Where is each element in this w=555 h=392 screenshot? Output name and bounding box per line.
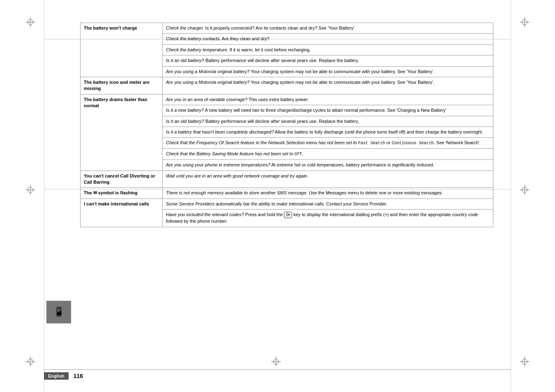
solution-cell: Check the charger. Is it properly connec… [163,23,493,34]
solution-cell: Are you using a Motorola original batter… [163,77,493,94]
table-row: The battery icon and meter are missing A… [81,77,493,94]
solution-cell: There is not enough memory available to … [163,188,493,198]
table-row: The battery drains faster than normal Ar… [81,94,493,105]
reg-mark-bot-left [25,357,35,367]
reg-mark-top-left [25,17,35,27]
phone-icon-area: 📱 [44,297,73,326]
right-vline [511,0,511,392]
solution-cell: Are you using your phone in extreme temp… [163,160,493,171]
footer: English 116 [44,369,511,380]
reg-mark-bot-right [520,357,530,367]
zero-key-badge: 0• [284,212,292,218]
issue-label: The battery drains faster than normal [84,97,147,108]
issue-label: The ✉ symbol is flashing [84,190,138,195]
table-row: The ✉ symbol is flashing There is not en… [81,188,493,198]
footer-content: English 116 [44,372,511,380]
reg-mark-mid-right [520,185,530,195]
page-number: 116 [74,373,83,379]
issue-label: The battery icon and meter are missing [84,80,150,91]
issue-cell: The ✉ symbol is flashing [81,188,163,198]
issue-cell: I can't make international calls [81,198,163,227]
issue-label: I can't make international calls [84,201,149,206]
issue-label: The battery won't charge [84,25,137,30]
solution-cell: Is it an old battery? Battery performanc… [163,55,493,66]
issue-cell: The battery drains faster than normal [81,94,163,171]
solution-cell: Check that the Battery Saving Mode featu… [163,149,493,160]
table-row: The battery won't charge Check the charg… [81,23,493,34]
left-vline [44,0,44,392]
troubleshooting-table: The battery won't charge Check the charg… [80,23,493,227]
table-row: You can't cancel Call Diverting or Call … [81,171,493,188]
solution-cell: Check the battery contacts. Are they cle… [163,34,493,44]
reg-mark-top-right [520,17,530,27]
solution-cell: Check the battery temperature. If it is … [163,44,493,55]
solution-cell: Check that the Frequency Of Search featu… [163,138,493,149]
phone-icon: 📱 [53,307,64,317]
reg-mark-bot-center [271,357,281,367]
solution-cell: Wait until you are in an area with good … [163,171,493,188]
issue-cell: The battery icon and meter are missing [81,77,163,94]
issue-cell: The battery won't charge [81,23,163,77]
solution-cell: Are you in an area of variable coverage?… [163,94,493,105]
solution-cell: Some Service Providers automatically bar… [163,198,493,209]
language-badge: English [44,372,69,380]
solution-cell: Are you using a Motorola original batter… [163,66,493,77]
solution-cell: Have you included the relevant codes? Pr… [163,210,493,227]
phone-icon-box: 📱 [46,301,71,323]
solution-cell: Is it a battery that hasn't been complet… [163,127,493,137]
table-row: I can't make international calls Some Se… [81,198,493,209]
solution-cell: Is it an old battery? Battery performanc… [163,116,493,127]
issue-label: You can't cancel Call Diverting or Call … [84,173,155,184]
footer-line [44,369,511,370]
issue-cell: You can't cancel Call Diverting or Call … [81,171,163,188]
solution-cell: Is it a new battery? A new battery will … [163,105,493,116]
reg-mark-mid-left [25,185,35,195]
main-content: The battery won't charge Check the charg… [80,23,493,351]
